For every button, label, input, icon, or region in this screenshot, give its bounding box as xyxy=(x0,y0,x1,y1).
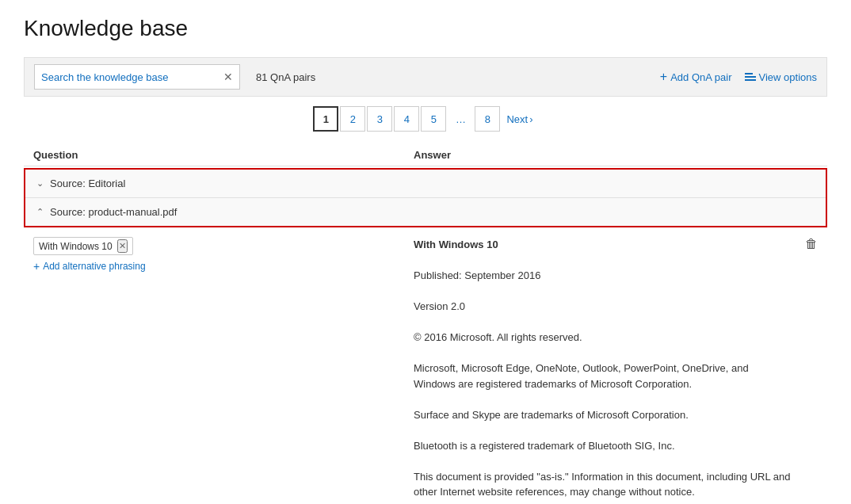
page-2-button[interactable]: 2 xyxy=(340,106,365,132)
page-3-button[interactable]: 3 xyxy=(367,106,392,132)
add-qna-label: Add QnA pair xyxy=(670,71,731,83)
next-chevron-icon: › xyxy=(529,113,532,125)
search-clear-button[interactable]: ✕ xyxy=(223,71,233,83)
delete-qna-button[interactable]: 🗑 xyxy=(805,237,818,251)
toolbar: ✕ 81 QnA pairs + Add QnA pair View optio… xyxy=(24,57,827,97)
add-alt-label: Add alternative phrasing xyxy=(43,261,145,272)
table-header: Question Answer xyxy=(24,144,827,166)
chevron-down-icon: ⌄ xyxy=(36,178,44,189)
view-options-icon xyxy=(745,73,756,81)
source-editorial-row[interactable]: ⌄ Source: Editorial xyxy=(25,170,826,198)
source-product-manual-row[interactable]: ⌃ Source: product-manual.pdf xyxy=(25,198,826,226)
page-4-button[interactable]: 4 xyxy=(394,106,419,132)
column-header-answer: Answer xyxy=(414,149,818,161)
source-editorial-label: Source: Editorial xyxy=(50,178,125,189)
answer-text: With Windows 10 Published: September 201… xyxy=(414,237,792,500)
chevron-up-icon: ⌃ xyxy=(36,207,44,217)
column-header-question: Question xyxy=(33,149,414,161)
next-label: Next xyxy=(506,113,528,125)
page-ellipsis: … xyxy=(448,106,473,132)
qna-count: 81 QnA pairs xyxy=(256,71,315,83)
add-qna-button[interactable]: + Add QnA pair xyxy=(660,70,732,84)
add-alt-plus-icon: + xyxy=(33,260,40,273)
delete-icon: 🗑 xyxy=(805,237,818,250)
sources-container: ⌄ Source: Editorial ⌃ Source: product-ma… xyxy=(24,168,827,227)
plus-icon: + xyxy=(660,70,667,84)
qna-row: With Windows 10 ✕ + Add alternative phra… xyxy=(24,231,827,504)
question-tag: With Windows 10 ✕ xyxy=(33,237,133,255)
page-8-button[interactable]: 8 xyxy=(475,106,500,132)
question-tag-text: With Windows 10 xyxy=(39,241,113,252)
next-button[interactable]: Next › xyxy=(502,106,537,132)
answer-cell: With Windows 10 Published: September 201… xyxy=(414,237,818,504)
view-options-label: View options xyxy=(759,71,817,83)
page-5-button[interactable]: 5 xyxy=(421,106,446,132)
search-input[interactable] xyxy=(41,71,220,83)
question-tag-close-button[interactable]: ✕ xyxy=(117,239,128,253)
view-options-button[interactable]: View options xyxy=(745,71,817,83)
page-1-button[interactable]: 1 xyxy=(313,106,338,132)
search-box: ✕ xyxy=(34,64,240,90)
page-title: Knowledge base xyxy=(24,16,827,41)
add-alt-phrasing-button[interactable]: + Add alternative phrasing xyxy=(33,260,146,273)
question-cell: With Windows 10 ✕ + Add alternative phra… xyxy=(33,237,414,273)
pagination: 1 2 3 4 5 … 8 Next › xyxy=(24,106,827,132)
source-product-manual-label: Source: product-manual.pdf xyxy=(50,206,177,218)
